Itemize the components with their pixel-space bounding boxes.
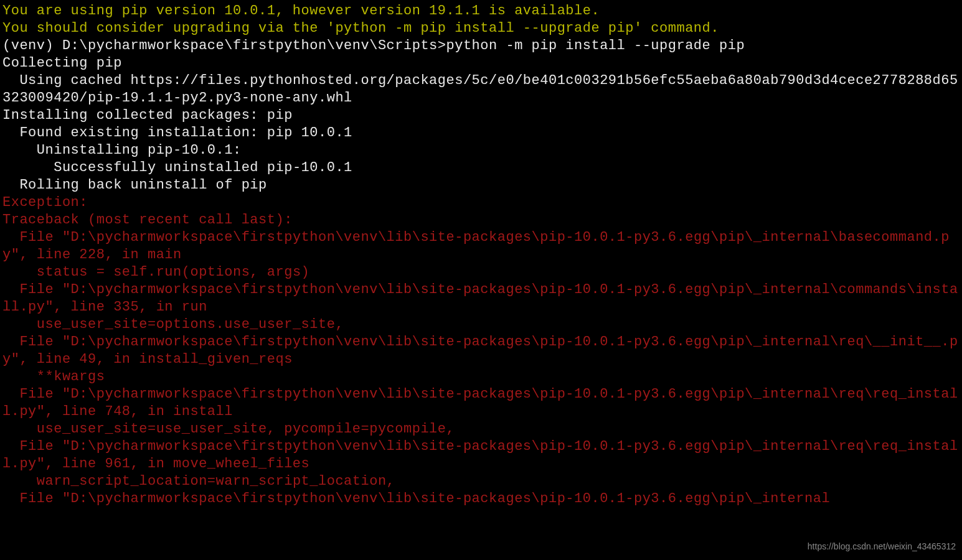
traceback-code-1: status = self.run(options, args) <box>2 264 960 281</box>
uninstalled-line: Successfully uninstalled pip-10.0.1 <box>2 159 960 177</box>
traceback-file-4: File "D:\pycharmworkspace\firstpython\ve… <box>2 386 960 421</box>
terminal-output: You are using pip version 10.0.1, howeve… <box>2 2 960 508</box>
traceback-code-5: warn_script_location=warn_script_locatio… <box>2 473 960 490</box>
traceback-file-5: File "D:\pycharmworkspace\firstpython\ve… <box>2 438 960 473</box>
traceback-code-2: use_user_site=options.use_user_site, <box>2 316 960 334</box>
rolling-back-line: Rolling back uninstall of pip <box>2 177 960 194</box>
installing-line: Installing collected packages: pip <box>2 107 960 124</box>
found-existing-line: Found existing installation: pip 10.0.1 <box>2 124 960 142</box>
collecting-line: Collecting pip <box>2 55 960 72</box>
cached-url-line: Using cached https://files.pythonhosted.… <box>2 72 960 107</box>
traceback-code-3: **kwargs <box>2 368 960 386</box>
traceback-header: Traceback (most recent call last): <box>2 212 960 229</box>
traceback-file-1: File "D:\pycharmworkspace\firstpython\ve… <box>2 229 960 264</box>
command-prompt-line[interactable]: (venv) D:\pycharmworkspace\firstpython\v… <box>2 37 960 55</box>
pip-version-warning-1: You are using pip version 10.0.1, howeve… <box>2 2 960 20</box>
traceback-file-3: File "D:\pycharmworkspace\firstpython\ve… <box>2 334 960 368</box>
watermark-text: https://blog.csdn.net/weixin_43465312 <box>808 538 956 555</box>
uninstalling-line: Uninstalling pip-10.0.1: <box>2 142 960 159</box>
pip-version-warning-2: You should consider upgrading via the 'p… <box>2 20 960 37</box>
exception-line: Exception: <box>2 194 960 212</box>
traceback-code-4: use_user_site=use_user_site, pycompile=p… <box>2 421 960 438</box>
traceback-file-2: File "D:\pycharmworkspace\firstpython\ve… <box>2 281 960 316</box>
traceback-file-6: File "D:\pycharmworkspace\firstpython\ve… <box>2 490 960 508</box>
